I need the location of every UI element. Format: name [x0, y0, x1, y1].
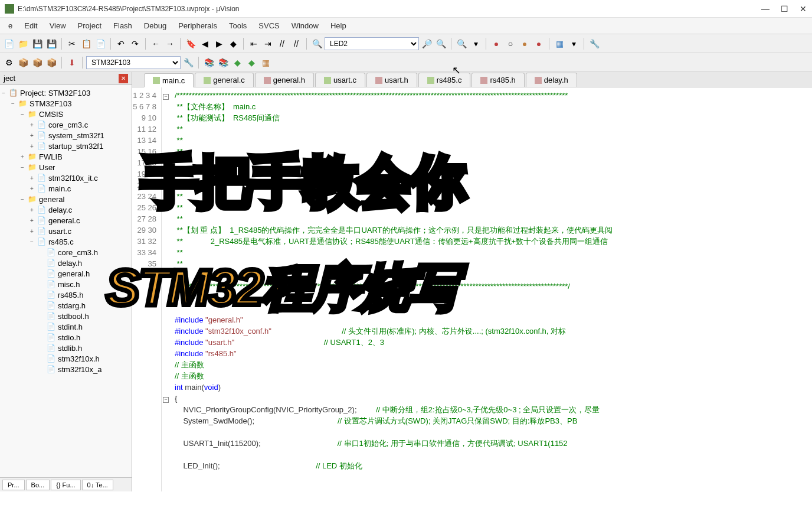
find-select[interactable]: LED2 — [325, 37, 419, 50]
dropdown-icon[interactable]: ▾ — [469, 37, 482, 50]
copy-icon[interactable]: 📋 — [80, 37, 93, 50]
open-icon[interactable]: 📁 — [17, 37, 30, 50]
comment-icon[interactable]: // — [276, 37, 289, 50]
find-files-icon[interactable]: 🔍 — [434, 37, 447, 50]
rebuild-icon[interactable]: 📦 — [31, 56, 44, 69]
tree-file-delay.h[interactable]: 📄delay.h — [0, 258, 132, 268]
tree-file-general.h[interactable]: 📄general.h — [0, 268, 132, 279]
tree-file-usart.c[interactable]: +📄usart.c — [0, 226, 132, 236]
tree-file-main.c[interactable]: +📄main.c — [0, 183, 132, 194]
bookmark-icon[interactable]: 🔖 — [184, 37, 197, 50]
menu-project[interactable]: Project — [72, 19, 107, 32]
breakpoint-toggle-icon[interactable]: ○ — [504, 37, 517, 50]
tab-usart.c[interactable]: usart.c — [315, 73, 365, 87]
tab-rs485.c[interactable]: rs485.c — [418, 73, 471, 87]
batch-build-icon[interactable]: 📦 — [45, 56, 58, 69]
tab-general.h[interactable]: general.h — [255, 73, 314, 87]
download-icon[interactable]: ⬇ — [66, 56, 78, 69]
menu-window[interactable]: Window — [286, 19, 325, 32]
debug-icon[interactable]: 🔍 — [455, 37, 468, 50]
maximize-button[interactable]: ☐ — [780, 5, 788, 13]
find-icon[interactable]: 🔍 — [310, 37, 323, 50]
panel-tab[interactable]: Pr... — [2, 480, 25, 490]
tree-file-rs485.c[interactable]: −📄rs485.c — [0, 236, 132, 247]
manage-icon[interactable]: 📚 — [202, 56, 215, 69]
menu-peripherals[interactable]: Peripherals — [172, 19, 223, 32]
breakpoint-kill-icon[interactable]: ● — [532, 37, 545, 50]
tab-general.c[interactable]: general.c — [195, 73, 253, 87]
tree-group-FWLIB[interactable]: +📁FWLIB — [0, 151, 132, 162]
panel-tab[interactable]: Bo... — [26, 480, 50, 490]
menu-edit[interactable]: Edit — [18, 19, 43, 32]
tree-file-stdlib.h[interactable]: 📄stdlib.h — [0, 343, 132, 353]
menu-help[interactable]: Help — [325, 19, 352, 32]
bookmark-clear-icon[interactable]: ◆ — [227, 37, 240, 50]
tree-project-root[interactable]: −📋Project: STM32F103 — [0, 87, 132, 98]
window-icon[interactable]: ▦ — [553, 37, 566, 50]
tree-file-stm32f10x_a[interactable]: 📄stm32f10x_a — [0, 364, 132, 375]
dropdown2-icon[interactable]: ▾ — [567, 37, 580, 50]
tree-file-stdio.h[interactable]: 📄stdio.h — [0, 332, 132, 343]
tree-file-system_stm32f1[interactable]: +📄system_stm32f1 — [0, 130, 132, 141]
tree-file-general.c[interactable]: +📄general.c — [0, 215, 132, 226]
pack3-icon[interactable]: ▦ — [259, 56, 272, 69]
bookmark-prev-icon[interactable]: ◀ — [198, 37, 211, 50]
panel-close-button[interactable]: ✕ — [119, 74, 128, 83]
tree-file-rs485.h[interactable]: 📄rs485.h — [0, 289, 132, 300]
code-editor[interactable]: 1 2 3 4 5 6 7 8 9 10 11 12 13 14 15 16 1… — [132, 87, 812, 491]
uncomment-icon[interactable]: // — [290, 37, 303, 50]
tree-file-misc.h[interactable]: 📄misc.h — [0, 279, 132, 289]
tree-group-general[interactable]: −📁general — [0, 194, 132, 204]
menu-tools[interactable]: Tools — [223, 19, 253, 32]
tree-file-stdbool.h[interactable]: 📄stdbool.h — [0, 311, 132, 321]
tree-file-stdint.h[interactable]: 📄stdint.h — [0, 321, 132, 332]
tree-file-startup_stm32f1[interactable]: +📄startup_stm32f1 — [0, 141, 132, 151]
tree-file-core_cm3.c[interactable]: +📄core_cm3.c — [0, 119, 132, 130]
tab-delay.h[interactable]: delay.h — [526, 73, 577, 87]
breakpoint-icon[interactable]: ● — [490, 37, 503, 50]
redo-icon[interactable]: ↷ — [129, 37, 142, 50]
options-icon[interactable]: 🔧 — [182, 56, 195, 69]
back-icon[interactable]: ← — [149, 37, 162, 50]
build-icon[interactable]: 📦 — [17, 56, 30, 69]
save-all-icon[interactable]: 💾 — [45, 37, 58, 50]
pack-icon[interactable]: ◆ — [231, 56, 244, 69]
code-content[interactable]: /***************************************… — [170, 87, 812, 491]
menu-e[interactable]: e — [2, 19, 18, 32]
tree-group-User[interactable]: −📁User — [0, 162, 132, 172]
minimize-button[interactable]: — — [761, 5, 770, 13]
panel-tab[interactable]: {} Fu... — [51, 480, 80, 490]
find-next-icon[interactable]: 🔎 — [420, 37, 433, 50]
undo-icon[interactable]: ↶ — [114, 37, 127, 50]
bookmark-next-icon[interactable]: ▶ — [212, 37, 225, 50]
tree-file-delay.c[interactable]: +📄delay.c — [0, 204, 132, 215]
breakpoint-disable-icon[interactable]: ● — [518, 37, 531, 50]
menu-view[interactable]: View — [44, 19, 72, 32]
target-select[interactable]: STM32F103 — [86, 56, 181, 69]
tree-group-CMSIS[interactable]: −📁CMSIS — [0, 109, 132, 119]
manage2-icon[interactable]: 📚 — [217, 56, 230, 69]
menu-svcs[interactable]: SVCS — [253, 19, 285, 32]
save-icon[interactable]: 💾 — [31, 37, 44, 50]
translate-icon[interactable]: ⚙ — [2, 56, 15, 69]
tab-main.c[interactable]: main.c — [144, 73, 194, 87]
forward-icon[interactable]: → — [163, 37, 176, 50]
menu-debug[interactable]: Debug — [138, 19, 172, 32]
outdent-icon[interactable]: ⇥ — [261, 37, 274, 50]
panel-tab[interactable]: 0↓ Te... — [82, 480, 113, 490]
menu-flash[interactable]: Flash — [107, 19, 138, 32]
pack2-icon[interactable]: ◆ — [245, 56, 258, 69]
new-file-icon[interactable]: 📄 — [2, 37, 15, 50]
paste-icon[interactable]: 📄 — [94, 37, 107, 50]
tree-target[interactable]: −📁STM32F103 — [0, 98, 132, 109]
config-icon[interactable]: 🔧 — [588, 37, 601, 50]
indent-icon[interactable]: ⇤ — [247, 37, 260, 50]
close-button[interactable]: ✕ — [799, 5, 807, 13]
tab-usart.h[interactable]: usart.h — [366, 73, 417, 87]
cut-icon[interactable]: ✂ — [66, 37, 78, 50]
tree-file-stdarg.h[interactable]: 📄stdarg.h — [0, 300, 132, 311]
tab-rs485.h[interactable]: rs485.h — [472, 73, 524, 87]
tree-file-stm32f10x_it.c[interactable]: +📄stm32f10x_it.c — [0, 172, 132, 183]
tree-file-core_cm3.h[interactable]: 📄core_cm3.h — [0, 247, 132, 258]
tree-file-stm32f10x.h[interactable]: 📄stm32f10x.h — [0, 353, 132, 364]
